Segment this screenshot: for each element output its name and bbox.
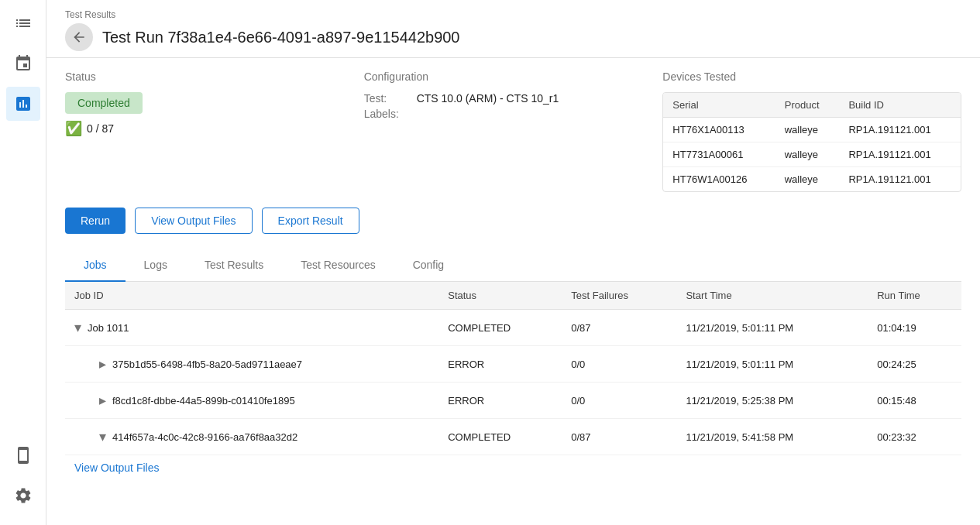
pass-count: ✅ 0 / 87 — [65, 120, 364, 137]
summary-row: Status Completed ✅ 0 / 87 Configuration … — [65, 70, 961, 192]
col-run-time: Run Time — [868, 282, 961, 310]
job-test-failures: 0/0 — [562, 346, 676, 383]
job-start-time: 11/21/2019, 5:25:38 PM — [676, 383, 868, 419]
device-row: HT76X1A00113walleyeRP1A.191121.001 — [663, 118, 961, 142]
status-badge: Completed — [65, 92, 143, 114]
devices-table: Serial Product Build ID HT76X1A00113wall… — [662, 92, 961, 192]
jobs-table: Job ID Status Test Failures Start Time R… — [65, 282, 961, 455]
sidebar-item-settings[interactable] — [6, 479, 40, 513]
pass-count-value: 0 / 87 — [87, 122, 114, 135]
rerun-button[interactable]: Rerun — [65, 208, 126, 234]
job-status: COMPLETED — [438, 419, 562, 455]
device-row: HT7731A00061walleyeRP1A.191121.001 — [663, 142, 961, 167]
config-labels-row: Labels: — [364, 108, 663, 120]
sidebar-item-chart[interactable] — [6, 87, 40, 121]
breadcrumb: Test Results — [65, 9, 961, 20]
config-section-title: Configuration — [364, 70, 663, 83]
col-status: Status — [438, 282, 562, 310]
sidebar-item-device[interactable] — [6, 438, 40, 472]
tab-test-results[interactable]: Test Results — [186, 249, 282, 282]
job-status: ERROR — [438, 346, 562, 383]
expand-icon[interactable]: ▸ — [99, 392, 106, 409]
col-job-id: Job ID — [65, 282, 438, 310]
expand-icon[interactable]: ▾ — [99, 428, 106, 445]
job-start-time: 11/21/2019, 5:41:58 PM — [676, 419, 868, 455]
view-output-link[interactable]: View Output Files — [65, 455, 168, 480]
job-id-text: 414f657a-4c0c-42c8-9166-aa76f8aa32d2 — [112, 431, 297, 443]
export-result-button[interactable]: Export Result — [262, 208, 359, 234]
job-run-time: 00:15:48 — [868, 383, 961, 419]
col-start-time: Start Time — [676, 282, 868, 310]
config-table: Test: CTS 10.0 (ARM) - CTS 10_r1 Labels: — [364, 92, 663, 120]
config-test-label: Test: — [364, 92, 411, 105]
view-output-link-container: View Output Files — [65, 455, 961, 480]
devices-section: Devices Tested Serial Product Build ID H… — [662, 70, 961, 192]
view-output-button[interactable]: View Output Files — [135, 208, 252, 234]
job-id-text: 375b1d55-6498-4fb5-8a20-5ad9711aeae7 — [112, 359, 302, 370]
tab-test-resources[interactable]: Test Resources — [282, 249, 394, 282]
config-section: Configuration Test: CTS 10.0 (ARM) - CTS… — [364, 70, 663, 192]
content-area: Status Completed ✅ 0 / 87 Configuration … — [46, 58, 980, 525]
job-status: ERROR — [438, 383, 562, 419]
job-test-failures: 0/87 — [562, 310, 676, 346]
job-status: COMPLETED — [438, 310, 562, 346]
job-run-time: 00:23:32 — [868, 419, 961, 455]
table-row: ▸f8cd1c8f-dbbe-44a5-899b-c01410fe1895ERR… — [65, 383, 961, 419]
expand-icon[interactable]: ▸ — [99, 355, 106, 372]
device-row: HT76W1A00126walleyeRP1A.191121.001 — [663, 167, 961, 192]
sidebar — [0, 0, 46, 525]
config-labels-label: Labels: — [364, 108, 411, 120]
sidebar-item-calendar[interactable] — [6, 46, 40, 81]
tab-jobs[interactable]: Jobs — [65, 249, 126, 282]
header: Test Results Test Run 7f38a1e4-6e66-4091… — [46, 0, 980, 58]
job-start-time: 11/21/2019, 5:01:11 PM — [676, 346, 868, 383]
sidebar-item-list[interactable] — [6, 6, 40, 40]
job-id-text: f8cd1c8f-dbbe-44a5-899b-c01410fe1895 — [112, 395, 295, 407]
tab-logs[interactable]: Logs — [126, 249, 186, 282]
devices-col-serial: Serial — [663, 93, 775, 118]
check-circle-icon: ✅ — [65, 120, 82, 137]
devices-col-product: Product — [775, 93, 840, 118]
job-test-failures: 0/0 — [562, 383, 676, 419]
page-title: Test Run 7f38a1e4-6e66-4091-a897-9e11544… — [102, 29, 460, 46]
collapse-icon[interactable]: ▾ — [74, 319, 81, 336]
job-run-time: 01:04:19 — [868, 310, 961, 346]
job-id-text: Job 1011 — [88, 322, 129, 334]
devices-col-build-id: Build ID — [839, 93, 961, 118]
col-test-failures: Test Failures — [562, 282, 676, 310]
config-test-row: Test: CTS 10.0 (ARM) - CTS 10_r1 — [364, 92, 663, 105]
job-test-failures: 0/87 — [562, 419, 676, 455]
job-run-time: 00:24:25 — [868, 346, 961, 383]
table-row: ▸375b1d55-6498-4fb5-8a20-5ad9711aeae7ERR… — [65, 346, 961, 383]
status-section: Status Completed ✅ 0 / 87 — [65, 70, 364, 192]
tab-config[interactable]: Config — [394, 249, 462, 282]
main-content: Test Results Test Run 7f38a1e4-6e66-4091… — [46, 0, 980, 525]
tabs: JobsLogsTest ResultsTest ResourcesConfig — [65, 249, 961, 282]
back-button[interactable] — [65, 23, 93, 51]
config-test-value: CTS 10.0 (ARM) - CTS 10_r1 — [417, 92, 559, 105]
status-section-title: Status — [65, 70, 364, 83]
table-row: ▾Job 1011COMPLETED0/8711/21/2019, 5:01:1… — [65, 310, 961, 346]
action-buttons: Rerun View Output Files Export Result — [65, 208, 961, 234]
job-start-time: 11/21/2019, 5:01:11 PM — [676, 310, 868, 346]
devices-section-title: Devices Tested — [662, 70, 961, 83]
table-row: ▾414f657a-4c0c-42c8-9166-aa76f8aa32d2COM… — [65, 419, 961, 455]
